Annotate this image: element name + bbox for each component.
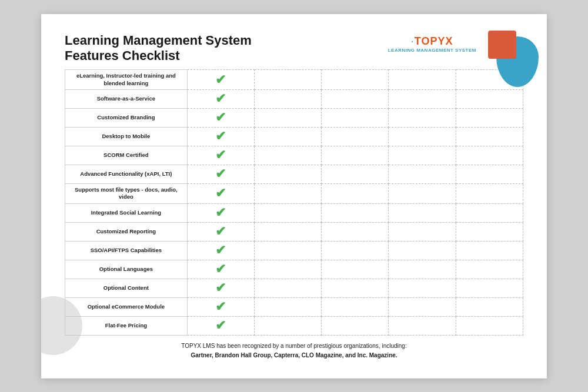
empty-cell xyxy=(322,260,389,279)
feature-label: Optional Content xyxy=(65,279,188,297)
empty-cell xyxy=(456,297,523,316)
header-area: Learning Management System Features Chec… xyxy=(65,33,523,64)
empty-cell xyxy=(254,108,321,127)
table-row: Optional Content✔ xyxy=(65,279,523,297)
empty-cell xyxy=(456,165,523,183)
checkmark-icon: ✔ xyxy=(215,300,226,313)
empty-cell xyxy=(456,146,523,165)
empty-cell xyxy=(322,165,389,183)
checkmark-icon: ✔ xyxy=(215,111,226,124)
feature-label: Customized Reporting xyxy=(65,222,188,241)
empty-cell xyxy=(254,146,321,165)
checklist-table: eLearning, Instructor-led training and b… xyxy=(65,69,523,335)
table-row: Customized Branding✔ xyxy=(65,108,523,127)
empty-cell xyxy=(254,203,321,222)
table-row: eLearning, Instructor-led training and b… xyxy=(65,70,523,90)
empty-cell xyxy=(389,70,456,90)
empty-cell xyxy=(389,108,456,127)
checkmark-icon: ✔ xyxy=(215,319,226,332)
empty-cell xyxy=(456,89,523,108)
empty-cell xyxy=(254,316,321,335)
table-row: Advanced Functionality (xAPI, LTI)✔ xyxy=(65,165,523,183)
empty-cell xyxy=(322,279,389,297)
table-row: Customized Reporting✔ xyxy=(65,222,523,241)
empty-cell xyxy=(322,183,389,203)
empty-cell xyxy=(389,316,456,335)
footer-line1: TOPYX LMS has been recognized by a numbe… xyxy=(65,341,523,351)
empty-cell xyxy=(456,222,523,241)
empty-cell xyxy=(456,203,523,222)
page-container: Learning Management System Features Chec… xyxy=(41,14,547,378)
feature-label: eLearning, Instructor-led training and b… xyxy=(65,70,188,90)
table-row: Software-as-a-Service✔ xyxy=(65,89,523,108)
empty-cell xyxy=(389,89,456,108)
empty-cell xyxy=(389,146,456,165)
empty-cell xyxy=(389,260,456,279)
feature-label: Advanced Functionality (xAPI, LTI) xyxy=(65,165,188,183)
feature-label: Customized Branding xyxy=(65,108,188,127)
checkmark-icon: ✔ xyxy=(215,225,226,238)
empty-cell xyxy=(254,127,321,146)
checkmark-icon: ✔ xyxy=(215,130,226,143)
empty-cell xyxy=(322,222,389,241)
table-row: Optional Languages✔ xyxy=(65,260,523,279)
feature-label: Supports most file types - docs, audio, … xyxy=(65,183,188,203)
empty-cell xyxy=(254,241,321,260)
empty-cell xyxy=(389,297,456,316)
check-cell-1: ✔ xyxy=(187,127,254,146)
check-cell-1: ✔ xyxy=(187,70,254,90)
empty-cell xyxy=(456,316,523,335)
check-cell-1: ✔ xyxy=(187,316,254,335)
feature-label: Software-as-a-Service xyxy=(65,89,188,108)
page-title: Learning Management System Features Chec… xyxy=(65,33,388,64)
checkmark-icon: ✔ xyxy=(215,73,226,86)
checkmark-icon: ✔ xyxy=(215,149,226,162)
empty-cell xyxy=(254,165,321,183)
feature-label: Desktop to Mobile xyxy=(65,127,188,146)
empty-cell xyxy=(322,127,389,146)
table-row: Integrated Social Learning✔ xyxy=(65,203,523,222)
feature-label: Optional eCommerce Module xyxy=(65,297,188,316)
checkmark-icon: ✔ xyxy=(215,282,226,294)
checkmark-icon: ✔ xyxy=(215,244,226,257)
logo-subtitle: Learning Management System xyxy=(388,48,476,53)
check-cell-1: ✔ xyxy=(187,183,254,203)
checkmark-icon: ✔ xyxy=(215,206,226,219)
empty-cell xyxy=(254,279,321,297)
empty-cell xyxy=(389,241,456,260)
empty-cell xyxy=(456,260,523,279)
empty-cell xyxy=(254,89,321,108)
logo-brand: TOPYX xyxy=(415,35,453,48)
empty-cell xyxy=(389,165,456,183)
footer-text: TOPYX LMS has been recognized by a numbe… xyxy=(65,341,523,360)
empty-cell xyxy=(456,108,523,127)
title-block: Learning Management System Features Chec… xyxy=(65,33,388,64)
empty-cell xyxy=(322,146,389,165)
check-cell-1: ✔ xyxy=(187,260,254,279)
table-row: SCORM Certified✔ xyxy=(65,146,523,165)
feature-label: Optional Languages xyxy=(65,260,188,279)
empty-cell xyxy=(254,297,321,316)
empty-cell xyxy=(456,279,523,297)
empty-cell xyxy=(254,70,321,90)
table-row: Flat-Fee Pricing✔ xyxy=(65,316,523,335)
check-cell-1: ✔ xyxy=(187,146,254,165)
check-cell-1: ✔ xyxy=(187,297,254,316)
feature-label: Integrated Social Learning xyxy=(65,203,188,222)
deco-orange-rect xyxy=(488,31,516,59)
empty-cell xyxy=(254,222,321,241)
empty-cell xyxy=(322,70,389,90)
empty-cell xyxy=(389,183,456,203)
table-row: SSO/API/FTPS Capabilities✔ xyxy=(65,241,523,260)
table-row: Optional eCommerce Module✔ xyxy=(65,297,523,316)
check-cell-1: ✔ xyxy=(187,89,254,108)
check-cell-1: ✔ xyxy=(187,165,254,183)
check-cell-1: ✔ xyxy=(187,279,254,297)
checkmark-icon: ✔ xyxy=(215,92,226,105)
empty-cell xyxy=(322,108,389,127)
logo-dot-prefix: · xyxy=(411,37,413,46)
feature-label: Flat-Fee Pricing xyxy=(65,316,188,335)
table-row: Supports most file types - docs, audio, … xyxy=(65,183,523,203)
empty-cell xyxy=(389,222,456,241)
checkmark-icon: ✔ xyxy=(215,263,226,276)
